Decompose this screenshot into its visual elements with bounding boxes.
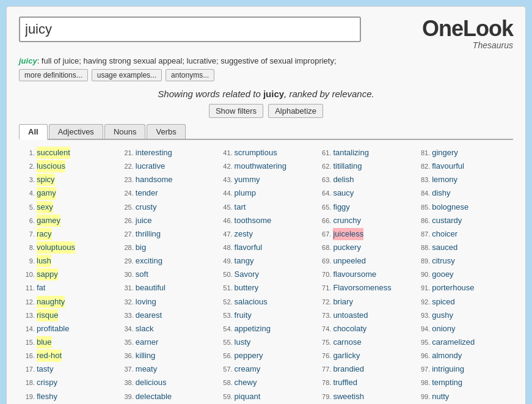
- word-link[interactable]: Flavorsomeness: [333, 282, 391, 294]
- word-link[interactable]: racy: [37, 228, 52, 240]
- word-link[interactable]: garlicky: [333, 350, 360, 362]
- word-link[interactable]: risque: [37, 309, 58, 321]
- word-link[interactable]: saucy: [333, 187, 354, 199]
- tab-nouns[interactable]: Nouns: [104, 124, 146, 139]
- word-link[interactable]: handsome: [136, 174, 173, 186]
- word-link[interactable]: tempting: [432, 376, 462, 389]
- word-link[interactable]: salacious: [235, 296, 268, 308]
- word-link[interactable]: lush: [37, 255, 51, 267]
- word-link[interactable]: buttery: [235, 282, 259, 294]
- word-link[interactable]: chocolaty: [333, 323, 366, 335]
- word-link[interactable]: crispy: [37, 376, 57, 389]
- word-link[interactable]: earner: [136, 336, 159, 348]
- word-link[interactable]: lemony: [432, 174, 457, 186]
- word-link[interactable]: slack: [136, 323, 154, 335]
- word-link[interactable]: meaty: [136, 363, 157, 375]
- word-link[interactable]: unpeeled: [333, 255, 366, 267]
- word-link[interactable]: sauced: [432, 241, 457, 254]
- word-link[interactable]: juice: [136, 215, 152, 227]
- word-link[interactable]: killing: [136, 350, 156, 362]
- word-link[interactable]: puckery: [333, 241, 361, 254]
- antonyms-button[interactable]: antonyms...: [166, 69, 214, 81]
- word-link[interactable]: tasty: [37, 363, 53, 375]
- show-filters-button[interactable]: Show filters: [209, 104, 263, 118]
- word-link[interactable]: red-hot: [37, 350, 62, 362]
- word-link[interactable]: chewy: [235, 376, 257, 389]
- word-link[interactable]: intriguing: [432, 363, 464, 375]
- alphabetize-button[interactable]: Alphabetize: [268, 104, 323, 118]
- word-link[interactable]: soft: [136, 268, 148, 281]
- word-link[interactable]: citrusy: [432, 255, 455, 267]
- word-link[interactable]: tender: [136, 187, 158, 199]
- word-link[interactable]: figgy: [333, 201, 349, 213]
- word-link[interactable]: flavoursome: [333, 268, 376, 281]
- word-link[interactable]: plump: [235, 187, 256, 199]
- word-link[interactable]: toothsome: [235, 215, 272, 227]
- word-link[interactable]: mouthwatering: [235, 160, 286, 172]
- word-link[interactable]: gooey: [432, 268, 453, 281]
- word-link[interactable]: briary: [333, 296, 353, 308]
- word-link[interactable]: succulent: [37, 147, 70, 159]
- word-link[interactable]: interesting: [136, 147, 172, 159]
- word-link[interactable]: dearest: [136, 309, 162, 321]
- word-link[interactable]: spiced: [432, 296, 455, 308]
- word-link[interactable]: flavorful: [235, 241, 263, 254]
- word-link[interactable]: gamy: [37, 187, 56, 199]
- word-link[interactable]: tangy: [235, 255, 254, 267]
- word-link[interactable]: titillating: [333, 160, 362, 172]
- word-link[interactable]: truffled: [333, 376, 357, 389]
- word-link[interactable]: oniony: [432, 323, 455, 335]
- word-link[interactable]: nutty: [432, 391, 449, 403]
- word-link[interactable]: almondy: [432, 350, 462, 362]
- word-link[interactable]: lusty: [235, 336, 251, 348]
- word-link[interactable]: bolognese: [432, 201, 468, 213]
- word-link[interactable]: gingery: [432, 147, 458, 159]
- word-link[interactable]: lucrative: [136, 160, 165, 172]
- search-input[interactable]: [19, 17, 361, 42]
- word-link[interactable]: spicy: [37, 174, 55, 186]
- tab-adjectives[interactable]: Adjectives: [49, 124, 103, 139]
- word-link[interactable]: fat: [37, 282, 45, 294]
- word-link[interactable]: tart: [235, 201, 246, 213]
- word-link[interactable]: porterhouse: [432, 282, 474, 294]
- word-link[interactable]: beautiful: [136, 282, 166, 294]
- word-link[interactable]: delectable: [136, 391, 172, 403]
- word-link[interactable]: blue: [37, 336, 52, 348]
- word-link[interactable]: profitable: [37, 323, 69, 335]
- word-link[interactable]: crunchy: [333, 215, 361, 227]
- word-link[interactable]: untoasted: [333, 309, 368, 321]
- word-link[interactable]: Savory: [235, 268, 259, 281]
- word-link[interactable]: choicer: [432, 228, 457, 240]
- word-link[interactable]: fleshy: [37, 391, 57, 403]
- word-link[interactable]: zesty: [235, 228, 253, 240]
- word-link[interactable]: custardy: [432, 215, 462, 227]
- word-link[interactable]: crusty: [136, 201, 157, 213]
- word-link[interactable]: delish: [333, 174, 354, 186]
- word-link[interactable]: tantalizing: [333, 147, 369, 159]
- more-definitions-button[interactable]: more definitions...: [19, 69, 88, 81]
- word-link[interactable]: voluptuous: [37, 241, 75, 254]
- word-link[interactable]: peppery: [235, 350, 263, 362]
- word-link[interactable]: loving: [136, 296, 156, 308]
- usage-examples-button[interactable]: usage examples...: [92, 69, 162, 81]
- word-link[interactable]: sweetish: [333, 391, 364, 403]
- word-link[interactable]: delicious: [136, 376, 167, 389]
- word-link[interactable]: sexy: [37, 201, 53, 213]
- word-link[interactable]: scrumptious: [235, 147, 277, 159]
- word-link[interactable]: yummy: [235, 174, 260, 186]
- word-link[interactable]: gamey: [37, 215, 60, 227]
- word-link[interactable]: gushy: [432, 309, 453, 321]
- word-link[interactable]: brandied: [333, 363, 364, 375]
- word-link[interactable]: juiceless: [333, 228, 363, 240]
- word-link[interactable]: big: [136, 241, 146, 254]
- tab-verbs[interactable]: Verbs: [147, 124, 185, 139]
- word-link[interactable]: sappy: [37, 268, 58, 281]
- word-link[interactable]: exciting: [136, 255, 162, 267]
- tab-all[interactable]: All: [19, 124, 48, 140]
- word-link[interactable]: carnose: [333, 336, 361, 348]
- word-link[interactable]: flavourful: [432, 160, 464, 172]
- word-link[interactable]: luscious: [37, 160, 65, 172]
- word-link[interactable]: piquant: [235, 391, 261, 403]
- word-link[interactable]: caramelized: [432, 336, 475, 348]
- word-link[interactable]: dishy: [432, 187, 450, 199]
